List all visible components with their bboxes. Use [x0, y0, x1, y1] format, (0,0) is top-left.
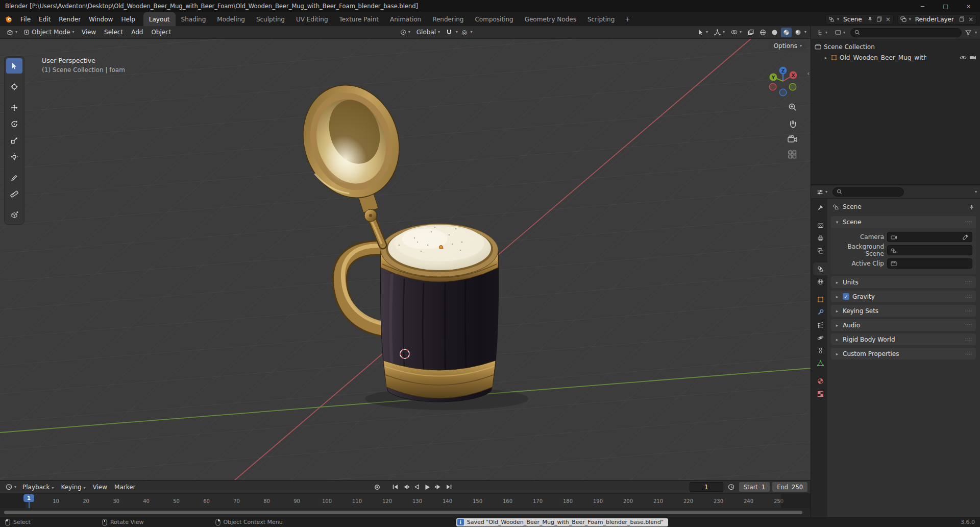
tool-rotate[interactable]: [6, 116, 22, 132]
gravity-checkbox[interactable]: ✓: [843, 293, 849, 300]
scene-name[interactable]: Scene: [841, 16, 865, 23]
tab-physics[interactable]: [813, 331, 827, 344]
pin-scene-icon[interactable]: [866, 16, 874, 22]
panel-drag-dots-icon[interactable]: ∷∷: [966, 323, 972, 328]
proportional-caret-icon[interactable]: ▾: [471, 30, 473, 34]
tab-object[interactable]: [813, 293, 827, 306]
unlink-scene-icon[interactable]: ×: [885, 16, 892, 23]
play-reverse-button[interactable]: [411, 482, 422, 492]
panel-drag-dots-icon[interactable]: ∷∷: [966, 280, 972, 285]
pin-id-icon[interactable]: [969, 204, 974, 210]
section-audio[interactable]: ▸ Audio ∷∷: [831, 319, 976, 331]
outliner-filter-caret-icon[interactable]: ▾: [975, 31, 977, 35]
keying-popover-icon[interactable]: [726, 482, 737, 492]
play-button[interactable]: [422, 482, 433, 492]
workspace-tab-texture-paint[interactable]: Texture Paint: [334, 12, 384, 26]
outliner-display-mode-dropdown[interactable]: ▾: [832, 29, 848, 36]
panel-drag-dots-icon[interactable]: ∷∷: [966, 220, 972, 225]
tab-particles[interactable]: [813, 319, 827, 331]
mode-selector[interactable]: Object Mode▾: [21, 28, 77, 36]
workspace-tab-compositing[interactable]: Compositing: [469, 12, 519, 26]
eyedropper-icon[interactable]: [963, 234, 969, 240]
outliner-row-scene-collection[interactable]: Scene Collection: [812, 41, 979, 52]
viewport-menu-object[interactable]: Object: [148, 29, 175, 36]
menu-render[interactable]: Render: [55, 12, 85, 26]
menu-file[interactable]: File: [16, 12, 35, 26]
workspace-tab-modeling[interactable]: Modeling: [211, 12, 251, 26]
editor-type-dropdown[interactable]: ▾: [4, 29, 20, 36]
snap-caret-icon[interactable]: ▾: [456, 30, 458, 34]
panel-drag-dots-icon[interactable]: ∷∷: [966, 337, 972, 342]
tool-cursor[interactable]: [6, 79, 22, 94]
zoom-icon[interactable]: [788, 103, 797, 112]
expand-icon[interactable]: ▸: [823, 55, 828, 60]
start-frame-field[interactable]: Start1: [739, 482, 770, 492]
shading-wireframe-button[interactable]: [757, 28, 768, 37]
scene-panel-header[interactable]: ▾ Scene ∷∷: [831, 216, 976, 228]
shading-rendered-button[interactable]: [793, 28, 803, 37]
transform-orientation-dropdown[interactable]: Global▾: [414, 28, 443, 36]
gizmo-neg-z-axis[interactable]: [779, 89, 787, 96]
viewport-menu-view[interactable]: View: [78, 29, 100, 36]
panel-drag-dots-icon[interactable]: ∷∷: [966, 294, 972, 299]
tab-object-data[interactable]: [813, 357, 827, 370]
camera-field[interactable]: [887, 232, 972, 242]
timeline-scrollbar[interactable]: [4, 511, 802, 514]
tool-scale[interactable]: [6, 133, 22, 148]
tab-modifiers[interactable]: [813, 306, 827, 319]
tool-move[interactable]: [6, 100, 22, 115]
proportional-editing-toggle[interactable]: ◎: [459, 28, 469, 36]
section-gravity[interactable]: ▸ ✓ Gravity ∷∷: [831, 291, 976, 302]
menu-window[interactable]: Window: [85, 12, 117, 26]
panel-drag-dots-icon[interactable]: ∷∷: [966, 351, 972, 356]
minimize-button[interactable]: ─: [911, 0, 934, 12]
end-frame-field[interactable]: End250: [772, 482, 807, 492]
section-rigid-body-world[interactable]: ▸ Rigid Body World ∷∷: [831, 333, 976, 345]
workspace-tab-animation[interactable]: Animation: [384, 12, 427, 26]
properties-editor-type-dropdown[interactable]: ▾: [814, 188, 830, 196]
snap-toggle[interactable]: [444, 29, 455, 36]
timeline-editor-type-dropdown[interactable]: ▾: [3, 483, 19, 491]
properties-search[interactable]: [832, 187, 904, 197]
close-button[interactable]: ×: [957, 0, 980, 12]
view-layer-caret-icon[interactable]: ▾: [909, 17, 911, 21]
jump-to-start-button[interactable]: [390, 482, 401, 492]
workspace-tab-rendering[interactable]: Rendering: [427, 12, 469, 26]
3d-viewport[interactable]: ▾ Object Mode▾ View Select Add Object ▾ …: [0, 26, 811, 480]
outliner-row-mug-object[interactable]: ▸ Old_Wooden_Beer_Mug_with_Beer_Foam: [812, 52, 979, 63]
section-custom-properties[interactable]: ▸ Custom Properties ∷∷: [831, 348, 976, 360]
gizmo-neg-y-axis[interactable]: [789, 83, 796, 90]
viewport-menu-select[interactable]: Select: [101, 29, 127, 36]
jump-to-end-button[interactable]: [444, 482, 454, 492]
tab-material[interactable]: [813, 375, 827, 388]
tab-texture[interactable]: [813, 388, 827, 400]
menu-help[interactable]: Help: [117, 12, 139, 26]
show-overlays-dropdown[interactable]: ▾: [728, 29, 744, 36]
sidebar-toggle-arrow[interactable]: ‹: [807, 70, 810, 77]
tab-constraints[interactable]: [813, 344, 827, 357]
tool-annotate[interactable]: [6, 170, 22, 185]
add-workspace-button[interactable]: +: [620, 12, 634, 26]
shading-material-preview-button[interactable]: [781, 28, 792, 37]
timeline-menu-view[interactable]: View: [89, 484, 111, 491]
outliner-search[interactable]: [850, 28, 962, 37]
tab-scene[interactable]: [813, 262, 827, 275]
tab-view-layer[interactable]: [813, 245, 827, 257]
previous-keyframe-button[interactable]: [401, 482, 411, 492]
active-clip-field[interactable]: [887, 258, 972, 269]
xray-toggle[interactable]: [745, 29, 756, 36]
disable-in-renders-camera-icon[interactable]: [969, 55, 976, 61]
outliner-editor-type-dropdown[interactable]: ▾: [814, 29, 830, 36]
new-scene-icon[interactable]: [875, 16, 883, 22]
orthographic-grid-icon[interactable]: [788, 150, 797, 159]
panel-drag-dots-icon[interactable]: ∷∷: [966, 308, 972, 314]
shading-solid-button[interactable]: [769, 28, 780, 37]
navigation-gizmo[interactable]: Z X Y: [766, 64, 800, 99]
remove-view-layer-icon[interactable]: ×: [967, 16, 974, 23]
viewport-3d-scene[interactable]: [0, 39, 811, 480]
browse-scene-icon[interactable]: [827, 16, 836, 22]
new-view-layer-icon[interactable]: [958, 16, 966, 22]
tab-world[interactable]: [813, 275, 827, 288]
view-layer-name[interactable]: RenderLayer: [913, 16, 957, 23]
tool-transform[interactable]: [6, 149, 22, 164]
